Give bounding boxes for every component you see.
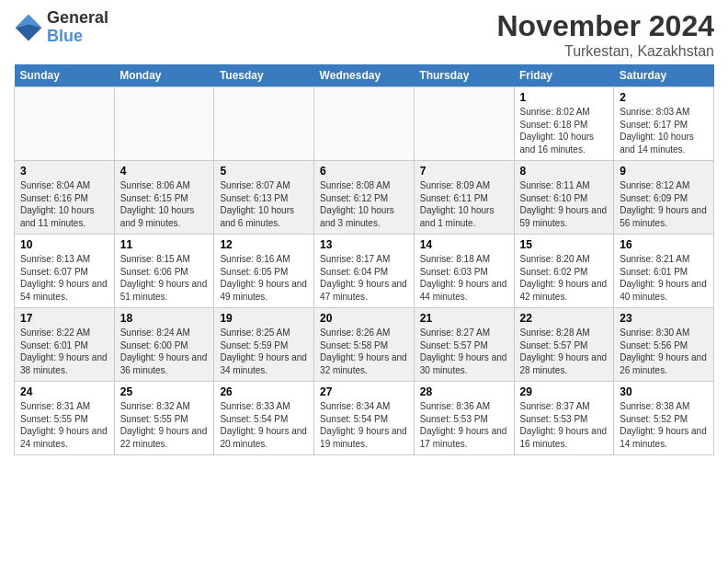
day-number: 6 xyxy=(320,165,408,178)
day-info: Sunrise: 8:20 AM Sunset: 6:02 PM Dayligh… xyxy=(520,253,609,303)
day-info: Sunrise: 8:25 AM Sunset: 5:59 PM Dayligh… xyxy=(220,327,308,376)
calendar-cell xyxy=(214,87,314,161)
calendar-cell: 9Sunrise: 8:12 AM Sunset: 6:09 PM Daylig… xyxy=(614,161,714,235)
day-info: Sunrise: 8:04 AM Sunset: 6:16 PM Dayligh… xyxy=(20,179,108,229)
day-info: Sunrise: 8:06 AM Sunset: 6:15 PM Dayligh… xyxy=(120,179,209,229)
day-number: 30 xyxy=(620,385,708,398)
day-info: Sunrise: 8:21 AM Sunset: 6:01 PM Dayligh… xyxy=(620,253,708,303)
calendar-cell: 13Sunrise: 8:17 AM Sunset: 6:04 PM Dayli… xyxy=(314,235,415,308)
calendar-cell: 6Sunrise: 8:08 AM Sunset: 6:12 PM Daylig… xyxy=(314,161,415,235)
calendar-cell: 24Sunrise: 8:31 AM Sunset: 5:55 PM Dayli… xyxy=(15,382,115,455)
day-number: 18 xyxy=(120,312,209,325)
day-number: 19 xyxy=(220,312,308,325)
calendar-cell: 16Sunrise: 8:21 AM Sunset: 6:01 PM Dayli… xyxy=(614,235,714,308)
header: GeneralBlue November 2024 Turkestan, Kaz… xyxy=(14,9,714,60)
calendar-cell: 21Sunrise: 8:27 AM Sunset: 5:57 PM Dayli… xyxy=(414,308,514,382)
day-number: 20 xyxy=(320,312,408,325)
weekday-header-saturday: Saturday xyxy=(614,64,714,87)
day-info: Sunrise: 8:27 AM Sunset: 5:57 PM Dayligh… xyxy=(420,327,508,376)
logo: GeneralBlue xyxy=(14,9,108,46)
calendar-cell: 19Sunrise: 8:25 AM Sunset: 5:59 PM Dayli… xyxy=(214,308,314,382)
calendar-cell: 25Sunrise: 8:32 AM Sunset: 5:55 PM Dayli… xyxy=(114,382,214,455)
day-number: 8 xyxy=(520,165,609,178)
day-number: 25 xyxy=(120,385,209,398)
day-number: 4 xyxy=(120,165,209,178)
day-info: Sunrise: 8:03 AM Sunset: 6:17 PM Dayligh… xyxy=(620,106,708,155)
day-number: 27 xyxy=(320,385,408,398)
calendar-cell: 8Sunrise: 8:11 AM Sunset: 6:10 PM Daylig… xyxy=(514,161,614,235)
day-info: Sunrise: 8:15 AM Sunset: 6:06 PM Dayligh… xyxy=(120,253,209,303)
calendar-cell: 4Sunrise: 8:06 AM Sunset: 6:15 PM Daylig… xyxy=(114,161,214,235)
day-number: 22 xyxy=(520,312,609,325)
calendar-cell: 12Sunrise: 8:16 AM Sunset: 6:05 PM Dayli… xyxy=(214,235,314,308)
calendar-week-row: 17Sunrise: 8:22 AM Sunset: 6:01 PM Dayli… xyxy=(15,308,714,382)
weekday-header-tuesday: Tuesday xyxy=(214,64,314,87)
day-info: Sunrise: 8:07 AM Sunset: 6:13 PM Dayligh… xyxy=(220,179,308,229)
calendar-cell: 17Sunrise: 8:22 AM Sunset: 6:01 PM Dayli… xyxy=(15,308,115,382)
calendar-week-row: 24Sunrise: 8:31 AM Sunset: 5:55 PM Dayli… xyxy=(15,382,714,455)
calendar-cell: 23Sunrise: 8:30 AM Sunset: 5:56 PM Dayli… xyxy=(614,308,714,382)
day-info: Sunrise: 8:36 AM Sunset: 5:53 PM Dayligh… xyxy=(420,400,508,450)
day-info: Sunrise: 8:38 AM Sunset: 5:52 PM Dayligh… xyxy=(620,400,708,450)
calendar-cell xyxy=(414,87,514,161)
calendar-cell: 2Sunrise: 8:03 AM Sunset: 6:17 PM Daylig… xyxy=(614,87,714,161)
day-info: Sunrise: 8:11 AM Sunset: 6:10 PM Dayligh… xyxy=(520,179,609,229)
day-info: Sunrise: 8:31 AM Sunset: 5:55 PM Dayligh… xyxy=(20,400,108,450)
calendar-cell: 22Sunrise: 8:28 AM Sunset: 5:57 PM Dayli… xyxy=(514,308,614,382)
day-info: Sunrise: 8:28 AM Sunset: 5:57 PM Dayligh… xyxy=(520,327,609,376)
logo-icon xyxy=(14,13,43,42)
day-number: 3 xyxy=(20,165,108,178)
day-number: 28 xyxy=(420,385,508,398)
calendar-cell: 28Sunrise: 8:36 AM Sunset: 5:53 PM Dayli… xyxy=(414,382,514,455)
day-info: Sunrise: 8:37 AM Sunset: 5:53 PM Dayligh… xyxy=(520,400,609,450)
weekday-header-monday: Monday xyxy=(114,64,214,87)
day-info: Sunrise: 8:18 AM Sunset: 6:03 PM Dayligh… xyxy=(420,253,508,303)
weekday-header-wednesday: Wednesday xyxy=(314,64,415,87)
day-number: 5 xyxy=(220,165,308,178)
location: Turkestan, Kazakhstan xyxy=(496,43,714,60)
calendar-week-row: 10Sunrise: 8:13 AM Sunset: 6:07 PM Dayli… xyxy=(15,235,714,308)
day-info: Sunrise: 8:12 AM Sunset: 6:09 PM Dayligh… xyxy=(620,179,708,229)
calendar-cell xyxy=(114,87,214,161)
day-info: Sunrise: 8:08 AM Sunset: 6:12 PM Dayligh… xyxy=(320,179,408,229)
calendar-cell: 10Sunrise: 8:13 AM Sunset: 6:07 PM Dayli… xyxy=(15,235,115,308)
calendar-table: SundayMondayTuesdayWednesdayThursdayFrid… xyxy=(14,64,714,455)
day-info: Sunrise: 8:16 AM Sunset: 6:05 PM Dayligh… xyxy=(220,253,308,303)
calendar-cell: 20Sunrise: 8:26 AM Sunset: 5:58 PM Dayli… xyxy=(314,308,415,382)
day-number: 13 xyxy=(320,238,408,251)
day-number: 7 xyxy=(420,165,508,178)
day-info: Sunrise: 8:32 AM Sunset: 5:55 PM Dayligh… xyxy=(120,400,209,450)
weekday-header-thursday: Thursday xyxy=(414,64,514,87)
day-info: Sunrise: 8:30 AM Sunset: 5:56 PM Dayligh… xyxy=(620,327,708,376)
calendar-cell: 18Sunrise: 8:24 AM Sunset: 6:00 PM Dayli… xyxy=(114,308,214,382)
calendar-cell: 14Sunrise: 8:18 AM Sunset: 6:03 PM Dayli… xyxy=(414,235,514,308)
day-number: 15 xyxy=(520,238,609,251)
weekday-header-row: SundayMondayTuesdayWednesdayThursdayFrid… xyxy=(15,64,714,87)
calendar-cell: 15Sunrise: 8:20 AM Sunset: 6:02 PM Dayli… xyxy=(514,235,614,308)
calendar-cell: 11Sunrise: 8:15 AM Sunset: 6:06 PM Dayli… xyxy=(114,235,214,308)
day-number: 1 xyxy=(520,91,609,104)
day-info: Sunrise: 8:22 AM Sunset: 6:01 PM Dayligh… xyxy=(20,327,108,376)
day-info: Sunrise: 8:33 AM Sunset: 5:54 PM Dayligh… xyxy=(220,400,308,450)
day-number: 24 xyxy=(20,385,108,398)
day-number: 23 xyxy=(620,312,708,325)
day-number: 26 xyxy=(220,385,308,398)
title-block: November 2024 Turkestan, Kazakhstan xyxy=(496,9,714,60)
day-info: Sunrise: 8:17 AM Sunset: 6:04 PM Dayligh… xyxy=(320,253,408,303)
day-info: Sunrise: 8:13 AM Sunset: 6:07 PM Dayligh… xyxy=(20,253,108,303)
calendar-cell: 3Sunrise: 8:04 AM Sunset: 6:16 PM Daylig… xyxy=(15,161,115,235)
calendar-week-row: 1Sunrise: 8:02 AM Sunset: 6:18 PM Daylig… xyxy=(15,87,714,161)
calendar-cell: 26Sunrise: 8:33 AM Sunset: 5:54 PM Dayli… xyxy=(214,382,314,455)
day-number: 10 xyxy=(20,238,108,251)
day-number: 21 xyxy=(420,312,508,325)
calendar-cell: 30Sunrise: 8:38 AM Sunset: 5:52 PM Dayli… xyxy=(614,382,714,455)
weekday-header-sunday: Sunday xyxy=(15,64,115,87)
day-info: Sunrise: 8:09 AM Sunset: 6:11 PM Dayligh… xyxy=(420,179,508,229)
calendar-cell xyxy=(314,87,415,161)
day-info: Sunrise: 8:24 AM Sunset: 6:00 PM Dayligh… xyxy=(120,327,209,376)
logo-text: GeneralBlue xyxy=(47,9,108,46)
day-info: Sunrise: 8:34 AM Sunset: 5:54 PM Dayligh… xyxy=(320,400,408,450)
calendar-week-row: 3Sunrise: 8:04 AM Sunset: 6:16 PM Daylig… xyxy=(15,161,714,235)
day-number: 29 xyxy=(520,385,609,398)
calendar-cell: 1Sunrise: 8:02 AM Sunset: 6:18 PM Daylig… xyxy=(514,87,614,161)
